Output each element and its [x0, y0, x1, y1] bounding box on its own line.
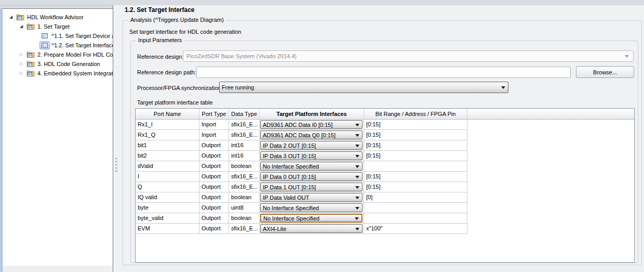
column-header-data-type[interactable]: Data Type [229, 109, 260, 119]
chevron-down-icon [355, 186, 359, 189]
bit-range-cell: [0:15] [364, 182, 467, 192]
port-name-cell: dValid [136, 161, 199, 172]
tree-item[interactable]: ^1.2. Set Target Interface [3, 41, 113, 50]
interface-select[interactable]: IP Data 3 OUT [0:15] [260, 151, 363, 160]
chevron-down-icon [355, 134, 359, 137]
task-description: Set target interface for HDL code genera… [129, 29, 241, 35]
tree-item[interactable]: ◢ 1. Set Target [3, 22, 113, 31]
expand-arrow-icon[interactable]: ◢ [7, 12, 15, 22]
column-header-bit-range[interactable]: Bit Range / Address / FPGA Pin [364, 109, 467, 119]
port-type-cell: Outport [199, 224, 229, 234]
interface-select[interactable]: No Interface Specified [260, 214, 363, 223]
data-type-cell: sfix16_E... [229, 182, 260, 192]
tree-item[interactable]: ◢ HDL Workflow Advisor [3, 12, 113, 22]
analysis-groupbox: Analysis (^Triggers Update Diagram) Set … [123, 20, 642, 265]
table-row[interactable]: Rx1_IInportsfix16_E...AD9361 ADC Data I0… [136, 120, 634, 130]
table-row[interactable]: dValidOutportbooleanNo Interface Specifi… [136, 161, 634, 172]
task-icon [39, 32, 50, 40]
interface-select-value: IP Data 2 OUT [0:15] [263, 140, 316, 150]
data-type-cell: sfix16_E... [229, 120, 260, 130]
port-type-cell: Outport [199, 151, 229, 161]
port-name-cell: Q [136, 182, 199, 192]
data-type-cell: sfix16_E... [229, 130, 260, 140]
table-row[interactable]: IOutportsfix16_E...IP Data 0 OUT [0:15][… [136, 172, 634, 182]
data-type-cell: boolean [229, 213, 260, 224]
table-row[interactable]: bit1Outportint16IP Data 2 OUT [0:15][0:1… [136, 140, 634, 151]
port-name-cell: bit2 [136, 151, 199, 161]
interface-select[interactable]: No Interface Specified [260, 162, 363, 171]
interface-cell: AXI4-Lite [260, 224, 364, 234]
interface-table-body: Rx1_IInportsfix16_E...AD9361 ADC Data I0… [136, 120, 634, 234]
table-row[interactable]: byte_validOutportbooleanNo Interface Spe… [136, 213, 634, 224]
chevron-down-icon [355, 197, 359, 199]
tree-item[interactable]: ▷ 3. HDL Code Generation [3, 59, 113, 69]
interface-select[interactable]: AD9361 ADC Data Q0 [0:15] [260, 131, 363, 139]
collapse-arrow-icon[interactable]: ▷ [17, 50, 25, 59]
port-name-cell: bit1 [136, 140, 199, 151]
interface-cell: IP Data 0 OUT [0:15] [260, 172, 364, 182]
tree-item[interactable]: ▷ 2. Prepare Model For HDL Code [3, 50, 113, 59]
bit-range-cell [364, 213, 467, 224]
page-title: 1.2. Set Target Interface [125, 6, 195, 14]
reference-design-path-label: Reference design path: [137, 69, 196, 75]
table-row[interactable]: EVMOutportsfix16_E...AXI4-Litex"100" [136, 224, 634, 234]
port-name-cell: I [136, 172, 199, 182]
bit-range-cell: [0:15] [364, 130, 467, 140]
column-header-port-type[interactable]: Port Type [199, 109, 229, 119]
target-platform-interface-table: Port Name Port Type Data Type Target Pla… [135, 108, 635, 263]
port-type-cell: Outport [199, 203, 229, 213]
interface-select[interactable]: IP Data Valid OUT [260, 193, 363, 202]
interface-select[interactable]: IP Data 2 OUT [0:15] [260, 141, 363, 150]
tree-item-label: ^1.1. Set Target Device an [51, 33, 113, 39]
interface-select[interactable]: IP Data 0 OUT [0:15] [260, 172, 363, 181]
port-name-cell: Rx1_Q [136, 130, 199, 140]
reference-design-combo[interactable]: PicoZedSDR Base System (Vivado 2014.4) [183, 50, 634, 62]
interface-cell: IP Data 1 OUT [0:15] [260, 182, 364, 192]
tree-item[interactable]: ^1.1. Set Target Device an [3, 31, 113, 41]
tree-item-label: 1. Set Target [37, 23, 70, 30]
interface-select-value: AXI4-Lite [263, 224, 286, 234]
data-type-cell: sfix16_E... [229, 224, 260, 234]
table-row[interactable]: bit2Outportint16IP Data 3 OUT [0:15][0:1… [136, 151, 634, 161]
interface-select[interactable]: AD9361 ADC Data I0 [0:15] [260, 120, 363, 129]
interface-cell: IP Data Valid OUT [260, 192, 364, 203]
port-name-cell: Rx1_I [136, 120, 199, 130]
table-header-row: Port Name Port Type Data Type Target Pla… [136, 109, 634, 120]
splitter-grip-icon [115, 156, 118, 174]
reference-design-path-input[interactable] [196, 67, 571, 78]
chevron-down-icon [355, 176, 359, 178]
chevron-down-icon [355, 217, 359, 220]
expand-arrow-icon[interactable]: ◢ [17, 22, 25, 31]
hdl-workflow-advisor-window: ◢ HDL Workflow Advisor◢ 1. Set Target ^1… [0, 0, 644, 272]
bit-range-cell: [0:15] [364, 151, 467, 161]
bit-range-cell: x"100" [364, 224, 467, 234]
table-row[interactable]: Rx1_QInportsfix16_E...AD9361 ADC Data Q0… [136, 130, 634, 140]
port-type-cell: Outport [199, 172, 229, 182]
table-row[interactable]: QOutportsfix16_E...IP Data 1 OUT [0:15][… [136, 182, 634, 192]
column-header-target-platform-interfaces[interactable]: Target Platform Interfaces [260, 109, 364, 119]
chevron-down-icon [625, 55, 629, 58]
interface-select[interactable]: AXI4-Lite [260, 224, 363, 233]
data-type-cell: int16 [229, 140, 260, 151]
synchronization-label: Processor/FPGA synchronization: [137, 85, 222, 91]
data-type-cell: boolean [229, 192, 260, 203]
column-header-port-name[interactable]: Port Name [136, 109, 199, 119]
interface-select[interactable]: IP Data 1 OUT [0:15] [260, 183, 363, 191]
port-name-cell: byte_valid [136, 213, 199, 224]
table-row[interactable]: IQ validOutportbooleanIP Data Valid OUT[… [136, 192, 634, 203]
table-row[interactable]: byteOutportuint8No Interface Specified [136, 203, 634, 213]
tree-item[interactable]: ▷ 4. Embedded System Integration [3, 69, 113, 78]
interface-select[interactable]: No Interface Specified [260, 203, 363, 212]
input-parameters-groupbox: Input Parameters Reference design: PicoZ… [130, 41, 638, 263]
interface-select-value: No Interface Specified [263, 161, 319, 171]
collapse-arrow-icon[interactable]: ▷ [17, 59, 25, 69]
bit-range-cell [364, 203, 467, 213]
interface-select-value: IP Data 0 OUT [0:15] [263, 172, 316, 182]
panel-splitter[interactable] [113, 5, 120, 272]
port-name-cell: EVM [136, 224, 199, 234]
workflow-icon [15, 13, 25, 21]
task-icon [39, 41, 50, 49]
browse-button[interactable]: Browse... [576, 66, 634, 78]
synchronization-combo[interactable]: Free running [219, 82, 508, 93]
collapse-arrow-icon[interactable]: ▷ [17, 69, 25, 78]
